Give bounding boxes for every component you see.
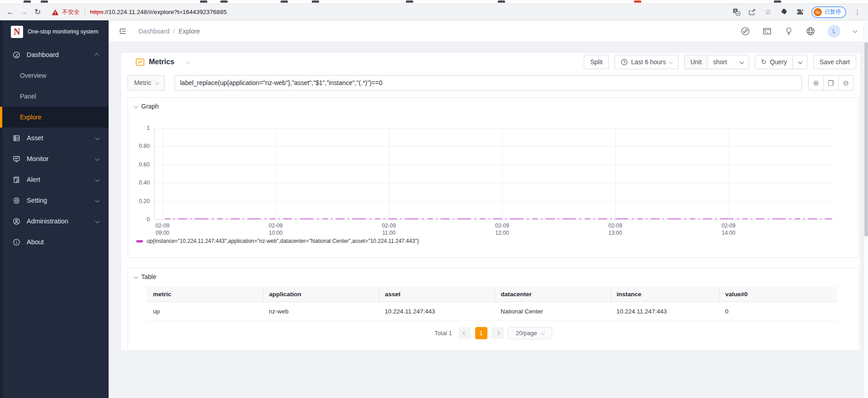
- browser-forward-button[interactable]: →: [17, 8, 31, 17]
- h-gridline: [155, 183, 832, 183]
- extensions-puzzle-icon[interactable]: [796, 8, 804, 16]
- minus-circle-icon: ⊖: [843, 79, 849, 87]
- x-axis-labels: 02-0909:0002-0910:0002-0911:0002-0912:00…: [154, 223, 832, 237]
- cell-value0: 0: [719, 302, 837, 321]
- sidebar-item-about[interactable]: About: [0, 232, 109, 252]
- column-header-datacenter[interactable]: datacenter: [495, 287, 610, 302]
- query-button[interactable]: ↻ Query: [755, 55, 792, 69]
- browser-profile-pill[interactable]: du 已暂停: [811, 6, 846, 18]
- browser-toolbar: ← → ↻ 不安全 https://10.224.11.248/#/explor…: [0, 4, 868, 20]
- query-row: Metric ⊕ ⊖: [128, 75, 854, 90]
- sidebar-item-dashboard[interactable]: Dashboard: [0, 44, 109, 65]
- column-header-metric[interactable]: metric: [147, 287, 263, 302]
- table-panel: Table metric application asset datacente…: [128, 268, 859, 351]
- v-gridline: [163, 128, 163, 219]
- query-expression-input[interactable]: [175, 75, 802, 90]
- save-chart-button[interactable]: Save chart: [813, 55, 856, 69]
- about-icon: [13, 238, 20, 246]
- tab-favicon-mark: [312, 0, 319, 3]
- v-gridline: [615, 128, 616, 219]
- time-range-select[interactable]: Last 6 hours: [615, 55, 678, 69]
- metric-type-select[interactable]: Metric: [128, 75, 165, 90]
- table-header-row: metric application asset datacenter inst…: [147, 287, 837, 302]
- pagination-page-1[interactable]: 1: [475, 327, 487, 339]
- pagination-prev-button[interactable]: [459, 327, 471, 339]
- evernote-extension-icon[interactable]: [780, 8, 788, 16]
- h-gridline: [155, 201, 832, 202]
- split-button[interactable]: Split: [584, 55, 609, 69]
- logo-n-icon: N: [11, 26, 23, 38]
- chart-legend[interactable]: up{instance="10.224.11.247:443",applicat…: [136, 238, 419, 244]
- table-row[interactable]: up nz-web 10.224.11.247:443 National Cen…: [147, 302, 837, 321]
- sidebar-item-label: Explore: [20, 114, 41, 121]
- app-logo[interactable]: N One-stop monitoring system: [0, 20, 109, 43]
- clock-icon: [621, 59, 628, 66]
- add-query-button[interactable]: ⊕: [808, 75, 824, 90]
- page-title: Metrics: [149, 58, 174, 66]
- tab-favicon-mark: [406, 0, 413, 3]
- table-panel-header[interactable]: Table: [128, 268, 858, 280]
- asset-icon: [13, 134, 20, 142]
- sidebar-item-asset[interactable]: Asset: [0, 128, 109, 148]
- sidebar-item-alert[interactable]: Alert: [0, 169, 109, 190]
- chevron-down-icon[interactable]: [853, 28, 857, 33]
- chevron-down-icon: [95, 218, 100, 223]
- menu-fold-icon[interactable]: [119, 27, 127, 35]
- bookmark-star-icon[interactable]: ☆: [764, 8, 772, 16]
- chevron-down-icon: [95, 177, 100, 181]
- column-header-application[interactable]: application: [263, 287, 379, 302]
- chevron-down-icon[interactable]: [186, 59, 190, 64]
- time-range-value: Last 6 hours: [631, 58, 666, 66]
- tab-favicon-mark: [634, 0, 641, 3]
- link-icon[interactable]: [741, 27, 750, 36]
- chevron-down-icon: [95, 156, 100, 161]
- globe-icon[interactable]: [806, 27, 815, 36]
- column-header-instance[interactable]: instance: [610, 287, 719, 302]
- cell-metric: up: [147, 302, 263, 321]
- unit-select[interactable]: short: [707, 55, 749, 69]
- page-size-select[interactable]: 20/page: [508, 327, 552, 339]
- sidebar-item-setting[interactable]: Setting: [0, 190, 109, 211]
- remove-query-button[interactable]: ⊖: [838, 75, 854, 90]
- sidebar-item-explore[interactable]: Explore: [0, 107, 109, 128]
- not-secure-label[interactable]: 不安全: [62, 8, 80, 16]
- administration-icon: [13, 218, 20, 225]
- browser-back-button[interactable]: ←: [4, 8, 17, 17]
- breadcrumb-dashboard[interactable]: Dashboard: [138, 28, 170, 35]
- terminal-icon[interactable]: [763, 27, 772, 36]
- url-text[interactable]: https://10.224.11.248/#/explore?t=164439…: [90, 9, 227, 15]
- copy-query-button[interactable]: [823, 75, 839, 90]
- chart-plot-area[interactable]: [154, 128, 832, 219]
- y-axis-tick: 0.60: [139, 161, 150, 168]
- user-avatar[interactable]: L: [828, 25, 840, 38]
- x-axis-tick: 02-0910:00: [269, 223, 283, 237]
- query-dropdown-button[interactable]: [792, 55, 807, 69]
- svg-text:A: A: [737, 11, 739, 15]
- sidebar-item-label: About: [27, 238, 44, 246]
- h-gridline: [155, 165, 832, 165]
- page-scrollbar[interactable]: [863, 20, 868, 398]
- browser-menu-icon[interactable]: ⋮: [854, 8, 861, 16]
- sidebar-item-panel[interactable]: Panel: [0, 86, 109, 107]
- translate-icon[interactable]: 文A: [732, 8, 740, 16]
- graph-panel-header[interactable]: Graph: [128, 98, 858, 110]
- chevron-down-icon: [95, 198, 100, 202]
- sidebar-item-administration[interactable]: Administration: [0, 211, 109, 232]
- address-divider: [85, 9, 85, 15]
- sidebar-item-overview[interactable]: Overview: [0, 65, 109, 86]
- address-bar[interactable]: 不安全 https://10.224.11.248/#/explore?t=16…: [52, 8, 227, 16]
- browser-tab-strip[interactable]: [0, 0, 868, 4]
- column-header-value0[interactable]: value#0: [719, 287, 837, 302]
- chevron-down-icon: [740, 59, 744, 64]
- sidebar-item-monitor[interactable]: Monitor: [0, 148, 109, 169]
- v-gridline: [389, 128, 390, 219]
- share-icon[interactable]: [748, 8, 756, 16]
- y-axis-tick: 0: [147, 216, 150, 223]
- browser-reload-button[interactable]: ↻: [31, 7, 44, 17]
- browser-actions: 文A ☆ du 已暂停 ⋮: [732, 6, 863, 18]
- bulb-icon[interactable]: [784, 27, 793, 36]
- pagination-next-button[interactable]: [491, 327, 504, 339]
- column-header-asset[interactable]: asset: [379, 287, 495, 302]
- scrollbar-thumb[interactable]: [864, 42, 868, 237]
- copy-icon: [828, 80, 834, 86]
